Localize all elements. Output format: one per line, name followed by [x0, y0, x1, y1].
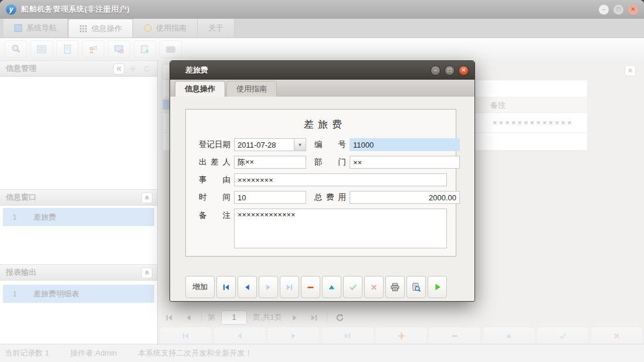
record-add-button[interactable]: [375, 327, 428, 344]
confirm-button[interactable]: [343, 276, 362, 298]
close-button[interactable]: ✕: [628, 5, 638, 15]
remarks-label: 备注: [199, 210, 231, 221]
print-preview-icon: [411, 282, 421, 292]
record-edit-button[interactable]: [483, 327, 535, 344]
refresh-icon: [335, 313, 344, 322]
tab-system-navigation[interactable]: 系统导航: [4, 19, 68, 37]
user-settings-tool-button[interactable]: [82, 40, 104, 58]
monitor-tool-button[interactable]: [108, 40, 130, 58]
first-page-icon: [165, 313, 174, 322]
report-item-travel-expense-detail[interactable]: 1 差旅费明细表: [3, 285, 154, 303]
record-last-button[interactable]: [321, 327, 374, 344]
dialog-tab-info-operation[interactable]: 信息操作: [175, 81, 225, 97]
prev-record-icon: [235, 332, 244, 340]
dialog-maximize-button[interactable]: □: [445, 66, 455, 76]
edit-record-button[interactable]: [322, 276, 341, 298]
app-logo-icon: y: [6, 4, 16, 15]
reason-input[interactable]: [234, 173, 447, 186]
page-last-button[interactable]: [307, 313, 321, 322]
cancel-button[interactable]: [364, 276, 384, 298]
check-icon: [348, 282, 358, 292]
reg-date-dropdown-button[interactable]: ▼: [294, 138, 306, 151]
page-refresh-button[interactable]: [333, 313, 347, 322]
record-navigation-toolbar: [160, 327, 643, 344]
reg-date-input[interactable]: [234, 138, 294, 151]
grid-icon: [79, 25, 87, 33]
collapse-info-window-button[interactable]: [141, 192, 152, 203]
search-tool-button[interactable]: [5, 40, 27, 58]
maximize-button[interactable]: □: [614, 5, 623, 15]
record-cancel-button[interactable]: [591, 327, 643, 344]
report-add-tool-button[interactable]: [134, 40, 156, 58]
collapse-report-output-button[interactable]: [141, 267, 152, 278]
tab-about[interactable]: 关于: [198, 19, 235, 37]
record-next-button[interactable]: [267, 327, 320, 344]
time-label: 时间: [199, 192, 231, 203]
panel-header-info-window: 信息窗口: [0, 189, 157, 206]
guide-icon: [144, 24, 152, 32]
next-record-icon: [289, 332, 298, 340]
panel-header-report-output: 报表输出: [0, 264, 157, 281]
department-input[interactable]: [350, 156, 460, 169]
print-preview-button[interactable]: [406, 276, 426, 298]
next-record-button[interactable]: [259, 276, 278, 298]
prev-record-icon: [243, 283, 252, 292]
dialog-titlebar: 差旅费 – □ ✕: [170, 61, 474, 80]
drawer-tool-button[interactable]: [160, 40, 182, 58]
page-number-input[interactable]: [221, 310, 247, 325]
record-confirm-button[interactable]: [537, 327, 589, 344]
number-input[interactable]: [350, 138, 460, 151]
dialog-minimize-button[interactable]: –: [431, 66, 440, 76]
refresh-panel-button[interactable]: [141, 63, 152, 74]
dialog-tab-user-guide[interactable]: 使用指南: [226, 81, 277, 97]
page-next-button[interactable]: [288, 313, 301, 322]
collapse-main-panel-button[interactable]: [625, 65, 636, 76]
tab-user-guide[interactable]: 使用指南: [133, 19, 198, 37]
info-window-item-travel-expense[interactable]: 1 差旅费: [3, 208, 154, 226]
last-record-button[interactable]: [280, 276, 299, 298]
add-button[interactable]: 增加: [185, 276, 215, 298]
prev-record-button[interactable]: [238, 276, 257, 298]
list-tool-button[interactable]: [30, 40, 53, 58]
list-icon: [36, 44, 47, 54]
reason-label: 事由: [199, 175, 231, 185]
remarks-textarea[interactable]: ×××××××××××××: [234, 209, 447, 248]
search-icon: [11, 44, 21, 54]
record-prev-button[interactable]: [213, 327, 266, 344]
first-record-button[interactable]: [216, 276, 236, 298]
traveler-input[interactable]: [234, 156, 306, 169]
status-message: 本系统支持二次开发和全新开发！: [138, 348, 252, 358]
grid-column-remarks: 备注: [490, 100, 506, 111]
status-record-count: 当前记录数 1: [5, 348, 49, 358]
triangle-up-icon: [327, 283, 336, 292]
check-icon: [558, 332, 567, 340]
x-icon: [370, 283, 378, 292]
double-chevron-up-icon: [627, 67, 633, 74]
record-first-button[interactable]: [160, 327, 212, 344]
page-first-button[interactable]: [162, 313, 176, 322]
refresh-icon: [143, 65, 151, 73]
add-panel-button[interactable]: [127, 63, 138, 74]
delete-record-button[interactable]: [301, 276, 320, 298]
travel-expense-form: 差旅费 登记日期 ▼ 编号 出差人 部门: [185, 109, 456, 257]
total-cost-input[interactable]: [350, 191, 460, 204]
dialog-close-button[interactable]: ✕: [459, 66, 469, 76]
pagination-bar: 第 页,共1页: [162, 309, 347, 326]
minimize-button[interactable]: –: [599, 5, 609, 15]
form-title: 差旅费: [199, 118, 447, 131]
page-label-prefix: 第: [208, 312, 215, 323]
dialog-button-bar: 增加: [185, 276, 447, 298]
tab-info-operation[interactable]: 信息操作: [68, 19, 133, 37]
collapse-sidebar-button[interactable]: [113, 63, 124, 74]
page-prev-button[interactable]: [182, 313, 195, 322]
department-label: 部门: [314, 157, 346, 168]
time-input[interactable]: [234, 191, 306, 204]
first-record-icon: [222, 283, 231, 292]
record-delete-button[interactable]: [429, 327, 481, 344]
document-tool-button[interactable]: [56, 40, 79, 58]
print-button[interactable]: [385, 276, 405, 298]
next-record-icon: [264, 283, 273, 292]
sidebar: 信息管理 信息窗口 1 差旅费 报表输出: [0, 60, 158, 344]
run-report-button[interactable]: [428, 276, 447, 298]
monitor-icon: [114, 44, 124, 54]
